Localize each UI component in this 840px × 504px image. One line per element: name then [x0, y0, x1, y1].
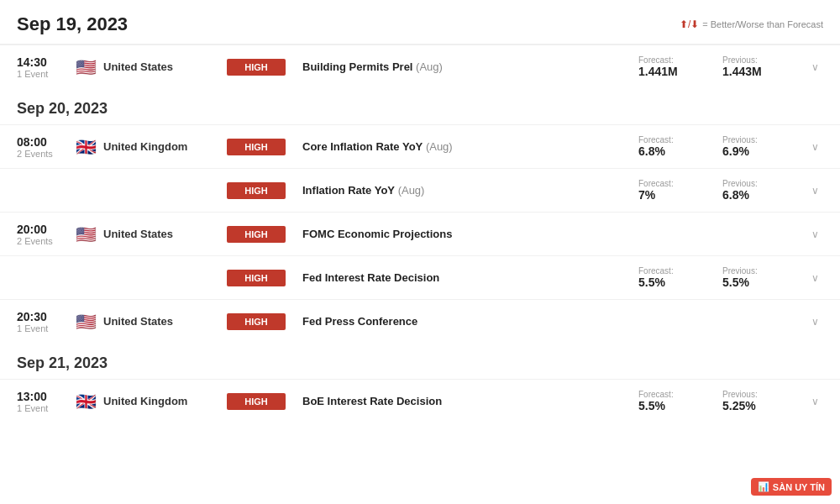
previous-value: 5.5% [722, 276, 806, 289]
time-value: 20:30 [17, 310, 76, 323]
event-name: FOMC Economic Projections [286, 228, 638, 240]
event-name: Core Inflation Rate YoY (Aug) [286, 140, 638, 153]
time-value: 13:00 [17, 390, 76, 403]
previous-label: Previous: [722, 179, 806, 188]
forecast-value: 5.5% [638, 399, 722, 412]
country-block: 🇬🇧United Kingdom [76, 391, 227, 412]
priority-badge: HIGH [227, 226, 286, 243]
event-count: 1 Event [17, 69, 76, 79]
event-name: Inflation Rate YoY (Aug) [286, 184, 638, 197]
expand-chevron[interactable]: ∨ [806, 396, 823, 407]
uk-flag-icon: 🇬🇧 [76, 391, 97, 412]
time-value: 08:00 [17, 135, 76, 149]
forecast-block: Forecast:5.5% [638, 266, 722, 289]
previous-value: 6.9% [722, 144, 806, 158]
priority-badge: HIGH [227, 139, 286, 155]
date-section-title-2: Sep 21, 2023 [17, 354, 823, 372]
country-name: United States [103, 60, 173, 73]
time-block: 20:301 Event [17, 310, 76, 333]
previous-block: Previous:5.5% [722, 266, 806, 289]
date-section-header-1: Sep 20, 2023 [0, 88, 840, 124]
legend: ⬆/⬇ = Better/Worse than Forecast [680, 18, 823, 30]
event-count: 2 Events [17, 149, 76, 159]
priority-badge: HIGH [227, 182, 286, 199]
previous-value: 6.8% [722, 188, 806, 202]
watermark: 📊 SÀN UY TÍN [751, 478, 832, 496]
time-block: 20:002 Events [17, 223, 76, 246]
time-block: 14:301 Event [17, 55, 76, 79]
time-value: 20:00 [17, 223, 76, 236]
event-count: 1 Event [17, 323, 76, 333]
country-name: United Kingdom [103, 140, 187, 153]
forecast-block: Forecast:1.441M [638, 55, 722, 78]
expand-chevron[interactable]: ∨ [806, 272, 823, 284]
previous-value: 5.25% [722, 399, 806, 412]
forecast-value: 6.8% [638, 144, 722, 158]
forecast-block: Forecast:7% [638, 179, 722, 202]
page-title: Sep 19, 2023 [17, 13, 128, 35]
us-flag-icon: 🇺🇸 [76, 57, 97, 77]
event-row[interactable]: 13:001 Event🇬🇧United KingdomHIGHBoE Inte… [0, 379, 840, 423]
previous-label: Previous: [722, 266, 806, 276]
events-container: 14:301 Event🇺🇸United StatesHIGHBuilding … [0, 45, 840, 423]
event-count: 1 Event [17, 403, 76, 413]
expand-chevron[interactable]: ∨ [806, 316, 823, 328]
forecast-label: Forecast: [638, 390, 722, 399]
expand-chevron[interactable]: ∨ [806, 61, 823, 73]
forecast-value: 1.441M [638, 65, 722, 78]
page-header: Sep 19, 2023 ⬆/⬇ = Better/Worse than For… [0, 0, 840, 45]
country-block: 🇺🇸United States [76, 57, 227, 77]
event-row[interactable]: 20:301 Event🇺🇸United StatesHIGHFed Press… [0, 299, 840, 343]
expand-chevron[interactable]: ∨ [806, 141, 823, 153]
forecast-label: Forecast: [638, 266, 722, 276]
event-name: BoE Interest Rate Decision [286, 395, 638, 407]
country-block: 🇺🇸United States [76, 224, 227, 244]
event-name: Fed Press Conference [286, 315, 638, 328]
priority-badge: HIGH [227, 59, 286, 76]
previous-label: Previous: [722, 55, 806, 65]
forecast-label: Forecast: [638, 179, 722, 188]
country-name: United States [103, 315, 173, 328]
event-row[interactable]: 08:002 Events🇬🇧United KingdomHIGHCore In… [0, 124, 840, 168]
legend-text: = Better/Worse than Forecast [702, 19, 823, 29]
date-section-title-1: Sep 20, 2023 [17, 100, 823, 118]
forecast-value: 5.5% [638, 276, 722, 289]
us-flag-icon: 🇺🇸 [76, 312, 97, 332]
priority-badge: HIGH [227, 270, 286, 286]
time-value: 14:30 [17, 55, 76, 69]
forecast-label: Forecast: [638, 135, 722, 144]
legend-arrows: ⬆/⬇ [680, 18, 699, 30]
previous-block: Previous:6.9% [722, 135, 806, 158]
event-row[interactable]: HIGHFed Interest Rate DecisionForecast:5… [0, 255, 840, 299]
event-row[interactable]: 14:301 Event🇺🇸United StatesHIGHBuilding … [0, 45, 840, 88]
priority-badge: HIGH [227, 393, 286, 410]
previous-block: Previous:6.8% [722, 179, 806, 202]
time-block: 08:002 Events [17, 135, 76, 159]
country-block: 🇺🇸United States [76, 312, 227, 332]
event-name: Building Permits Prel (Aug) [286, 60, 638, 73]
country-name: United Kingdom [103, 395, 187, 407]
time-block: 13:001 Event [17, 390, 76, 413]
uk-flag-icon: 🇬🇧 [76, 137, 97, 157]
event-count: 2 Events [17, 236, 76, 246]
event-row[interactable]: HIGHInflation Rate YoY (Aug)Forecast:7%P… [0, 168, 840, 212]
priority-badge: HIGH [227, 313, 286, 330]
event-row[interactable]: 20:002 Events🇺🇸United StatesHIGHFOMC Eco… [0, 212, 840, 255]
previous-label: Previous: [722, 135, 806, 144]
forecast-value: 7% [638, 188, 722, 202]
expand-chevron[interactable]: ∨ [806, 185, 823, 197]
previous-label: Previous: [722, 390, 806, 399]
watermark-icon: 📊 [758, 481, 769, 492]
watermark-text: SÀN UY TÍN [773, 482, 825, 492]
country-name: United States [103, 228, 173, 240]
expand-chevron[interactable]: ∨ [806, 228, 823, 240]
event-name: Fed Interest Rate Decision [286, 271, 638, 284]
previous-block: Previous:5.25% [722, 390, 806, 412]
us-flag-icon: 🇺🇸 [76, 224, 97, 244]
previous-block: Previous:1.443M [722, 55, 806, 78]
previous-value: 1.443M [722, 65, 806, 78]
country-block: 🇬🇧United Kingdom [76, 137, 227, 157]
forecast-label: Forecast: [638, 55, 722, 65]
date-section-header-2: Sep 21, 2023 [0, 343, 840, 379]
forecast-block: Forecast:5.5% [638, 390, 722, 412]
